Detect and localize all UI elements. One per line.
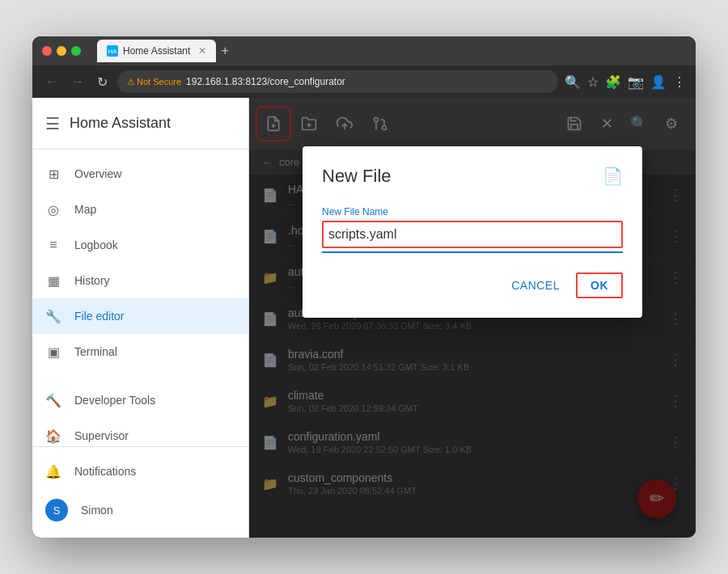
warning-icon: ⚠: [127, 77, 135, 87]
sidebar-footer: 🔔 Notifications S Simon: [32, 446, 248, 538]
overview-label: Overview: [74, 167, 121, 180]
back-button[interactable]: ←: [42, 73, 61, 91]
maximize-traffic-light[interactable]: [71, 46, 81, 56]
tab-label: Home Assistant: [123, 45, 190, 57]
logbook-label: Logbook: [74, 238, 118, 251]
title-bar: HA Home Assistant ✕ +: [32, 36, 696, 65]
map-label: Map: [74, 203, 96, 216]
grid-icon: ⊞: [45, 166, 61, 182]
address-bar: ← → ↻ ⚠ Not Secure 192.168.1.83:8123/cor…: [32, 65, 696, 98]
hamburger-icon[interactable]: ☰: [45, 114, 60, 133]
tab-close-icon[interactable]: ✕: [198, 45, 206, 57]
new-tab-button[interactable]: +: [221, 44, 228, 58]
supervisor-icon: 🏠: [45, 428, 61, 444]
sidebar-item-terminal[interactable]: ▣ Terminal: [32, 334, 248, 369]
field-label: New File Name: [322, 206, 623, 217]
sidebar-item-file-editor[interactable]: 🔧 File editor: [32, 298, 248, 334]
refresh-button[interactable]: ↻: [94, 73, 111, 91]
modal-overlay: New File 📄 New File Name CANCEL OK: [249, 98, 696, 538]
modal-file-icon: 📄: [603, 167, 623, 186]
tab-bar: HA Home Assistant ✕ +: [97, 40, 686, 62]
sidebar-item-logbook[interactable]: ≡ Logbook: [32, 227, 248, 263]
address-url: 192.168.1.83:8123/core_configurator: [186, 76, 345, 87]
sidebar-nav: ⊞ Overview ◎ Map ≡ Logbook ▦ History: [32, 150, 248, 446]
bookmark-icon[interactable]: ☆: [587, 74, 599, 90]
history-label: History: [74, 274, 110, 287]
user-label: Simon: [81, 504, 113, 517]
sidebar-item-notifications[interactable]: 🔔 Notifications: [32, 454, 248, 489]
map-icon: ◎: [45, 201, 61, 217]
address-input[interactable]: ⚠ Not Secure 192.168.1.83:8123/core_conf…: [117, 70, 558, 93]
avatar: S: [45, 499, 68, 521]
cancel-button[interactable]: CANCEL: [502, 272, 569, 298]
supervisor-label: Supervisor: [74, 429, 129, 442]
developer-tools-icon: 🔨: [45, 392, 61, 408]
developer-tools-label: Developer Tools: [74, 394, 155, 407]
modal-field: New File Name: [322, 206, 623, 253]
sidebar-item-history[interactable]: ▦ History: [32, 263, 248, 298]
terminal-icon: ▣: [45, 344, 61, 360]
input-underline: [322, 251, 623, 253]
sidebar-item-map[interactable]: ◎ Map: [32, 192, 248, 227]
sidebar-item-supervisor[interactable]: 🏠 Supervisor: [32, 418, 248, 446]
active-tab[interactable]: HA Home Assistant ✕: [97, 40, 216, 62]
sidebar-item-overview[interactable]: ⊞ Overview: [32, 156, 248, 192]
not-secure-indicator: ⚠ Not Secure: [127, 77, 181, 87]
logbook-icon: ≡: [45, 237, 61, 253]
input-wrapper: [322, 221, 623, 248]
traffic-lights: [42, 46, 81, 56]
sidebar-item-developer-tools[interactable]: 🔨 Developer Tools: [32, 382, 248, 418]
sidebar-title: Home Assistant: [70, 115, 171, 132]
extension-icon[interactable]: 🧩: [605, 74, 621, 90]
notifications-label: Notifications: [74, 465, 136, 478]
modal-actions: CANCEL OK: [322, 272, 623, 298]
new-file-name-input[interactable]: [324, 226, 621, 243]
forward-button[interactable]: →: [68, 73, 87, 91]
file-editor-icon: 🔧: [45, 308, 61, 324]
menu-icon[interactable]: ⋮: [673, 74, 686, 90]
minimize-traffic-light[interactable]: [57, 46, 66, 56]
modal-title: New File: [322, 166, 392, 187]
close-traffic-light[interactable]: [42, 46, 52, 56]
notifications-icon: 🔔: [45, 463, 61, 479]
new-file-modal: New File 📄 New File Name CANCEL OK: [303, 146, 642, 318]
address-bar-icons: 🔍 ☆ 🧩 📷 👤 ⋮: [565, 74, 686, 90]
file-editor-label: File editor: [74, 310, 124, 323]
search-icon[interactable]: 🔍: [565, 74, 581, 90]
main-area: ✕ 🔍 ⚙ ← core 📄: [249, 98, 696, 538]
sidebar: ☰ Home Assistant ⊞ Overview ◎ Map ≡ Logb…: [32, 98, 249, 538]
sidebar-header: ☰ Home Assistant: [32, 98, 248, 150]
history-icon: ▦: [45, 272, 61, 289]
ok-button[interactable]: OK: [576, 272, 623, 298]
camera-icon[interactable]: 📷: [628, 74, 644, 90]
terminal-label: Terminal: [74, 345, 117, 358]
sidebar-item-user[interactable]: S Simon: [32, 489, 248, 531]
modal-header: New File 📄: [322, 166, 623, 187]
profile-icon[interactable]: 👤: [650, 74, 667, 90]
tab-favicon: HA: [107, 45, 118, 57]
browser-window: HA Home Assistant ✕ + ← → ↻ ⚠ Not Secure…: [32, 36, 696, 538]
app-content: ☰ Home Assistant ⊞ Overview ◎ Map ≡ Logb…: [32, 98, 696, 538]
